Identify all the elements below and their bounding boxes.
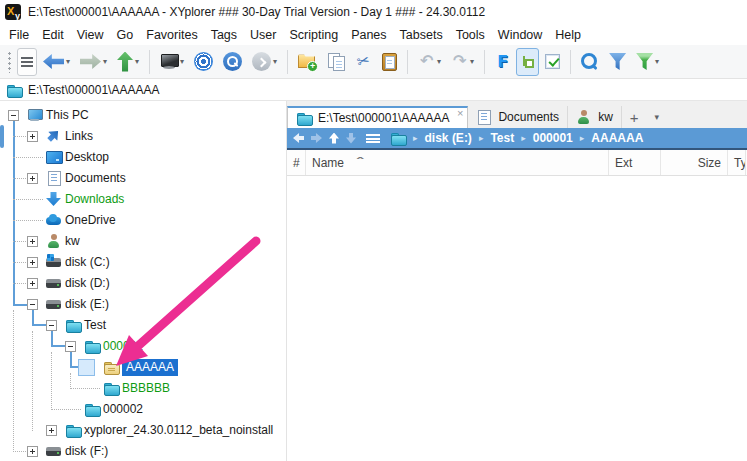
download-arrow-icon [46,191,62,207]
menu-button[interactable] [17,48,37,76]
recent-locations-button[interactable]: ▾ [248,48,281,76]
menu-tools[interactable]: Tools [456,28,485,42]
column-header-#[interactable]: # [287,150,306,175]
menu-tags[interactable]: Tags [211,28,237,42]
arrow-up-green-icon [117,52,133,72]
tab-label: E:\Test\000001\AAAAAA [318,111,449,125]
crumb-up-icon[interactable] [329,133,339,144]
copy-button[interactable] [323,48,349,76]
breadcrumb-segment[interactable]: Test [490,131,514,145]
collapse-icon[interactable] [65,341,76,352]
tree-item-xyplorer-24-30-0112-beta-noinstall[interactable]: xyplorer_24.30.0112_beta_noinstall [0,420,286,441]
column-header-type[interactable]: Type [728,150,746,175]
menu-view[interactable]: View [77,28,104,42]
cut-button[interactable]: ✂ [351,48,376,76]
new-tab-button[interactable]: + [622,106,647,128]
tree-item-disk-e-[interactable]: disk (E:) [0,294,286,315]
tab-documents[interactable]: Documents [468,106,568,128]
menu-help[interactable]: Help [555,28,581,42]
menu-panes[interactable]: Panes [351,28,386,42]
paste-button[interactable] [378,48,401,76]
circle-magnifier-blue-icon [223,52,242,71]
tree-item-kw[interactable]: kw [0,231,286,252]
tree-item-desktop[interactable]: Desktop [0,147,286,168]
menu-scripting[interactable]: Scripting [289,28,338,42]
tree-item-onedrive[interactable]: OneDrive [0,210,286,231]
tree-item-downloads[interactable]: Downloads [0,189,286,210]
menu-window[interactable]: Window [498,28,542,42]
tree-item-disk-d-[interactable]: disk (D:) [0,273,286,294]
column-header-ext[interactable]: Ext [609,150,661,175]
tree-toggle-button[interactable] [516,48,539,76]
crumb-menu-icon[interactable] [366,134,380,143]
tab-active[interactable]: E:\Test\000001\AAAAAA× [287,106,468,128]
expand-icon[interactable] [27,278,38,289]
close-icon[interactable]: × [457,108,463,119]
folder-tree-pane[interactable]: This PCLinksDesktopDocumentsDownloadsOne… [0,101,287,461]
address-bar[interactable]: E:\Test\000001\AAAAAA [0,79,747,101]
filter-button[interactable] [605,48,630,76]
tab-list-dropdown-icon[interactable]: ▾ [647,106,668,128]
tree-item-disk-f-[interactable]: disk (F:) [0,441,286,461]
tree-item-label: disk (F:) [65,444,108,459]
breadcrumb-segment[interactable]: disk (E:) [425,131,472,145]
tree-item-000002[interactable]: 000002 [0,399,286,420]
expand-icon[interactable] [27,257,38,268]
zoom-button[interactable] [219,48,246,76]
tree-item-000001[interactable]: 000001 [0,336,286,357]
tab-kw[interactable]: kw [568,106,622,128]
favorites-button[interactable]: F [491,48,514,76]
redo-button[interactable]: ↷▾ [447,48,478,76]
crumb-forward-icon[interactable] [311,133,322,143]
column-header-size[interactable]: Size [661,150,728,175]
document-icon [476,109,492,125]
back-button[interactable]: ▾ [39,48,74,76]
breadcrumb-segment[interactable]: 000001 [533,131,573,145]
up-button[interactable]: ▾ [113,48,143,76]
go-to-button[interactable] [190,48,217,76]
chevron-down-icon: ▾ [655,57,659,66]
expand-icon[interactable] [27,131,38,142]
tree-item-disk-c-[interactable]: disk (C:) [0,252,286,273]
crumb-back-icon[interactable] [293,133,304,143]
new-folder-button[interactable] [294,48,321,76]
search-button[interactable] [577,48,603,76]
file-pane: E:\Test\000001\AAAAAA×Documentskw+▾ ▸dis… [287,101,747,461]
expand-icon[interactable] [27,446,38,457]
menu-file[interactable]: File [9,28,29,42]
user-icon [46,233,62,249]
undo-button[interactable]: ↶▾ [414,48,445,76]
breadcrumb-segment[interactable]: AAAAAA [591,131,643,145]
file-list[interactable] [287,176,747,461]
tree-item-links[interactable]: Links [0,126,286,147]
menu-edit[interactable]: Edit [42,28,64,42]
show-desktop-button[interactable]: ▾ [156,48,188,76]
checkbox-selection-button[interactable] [541,48,564,76]
expand-icon[interactable] [27,173,38,184]
forward-button[interactable]: ▾ [76,48,111,76]
crumb-folder-icon[interactable] [390,130,406,146]
crumb-down-icon[interactable] [346,133,356,144]
expand-icon[interactable] [46,425,57,436]
tab-bar: E:\Test\000001\AAAAAA×Documentskw+▾ [287,101,747,128]
visual-filter-button[interactable]: ▾ [632,48,663,76]
breadcrumb-separator-icon: ▸ [413,133,418,143]
menu-user[interactable]: User [250,28,276,42]
menu-favorites[interactable]: Favorites [146,28,197,42]
column-header-name[interactable]: Nameˆ [306,150,609,175]
tree-item-test[interactable]: Test [0,315,286,336]
toolbar-drag-handle[interactable] [7,51,12,73]
menu-bar: FileEditViewGoFavoritesTagsUserScripting… [0,24,747,45]
tree-item-bbbbbb[interactable]: BBBBBB [0,378,286,399]
expand-icon[interactable] [27,236,38,247]
menu-tabsets[interactable]: Tabsets [400,28,443,42]
tree-item-documents[interactable]: Documents [0,168,286,189]
drive-icon [46,275,62,291]
collapse-icon[interactable] [27,299,38,310]
expander-hover-box[interactable] [78,359,95,376]
tree-item-aaaaaa[interactable]: AAAAAA [0,357,286,378]
collapse-icon[interactable] [8,110,19,121]
tree-item-this-pc[interactable]: This PC [0,105,286,126]
menu-go[interactable]: Go [117,28,134,42]
collapse-icon[interactable] [46,320,57,331]
